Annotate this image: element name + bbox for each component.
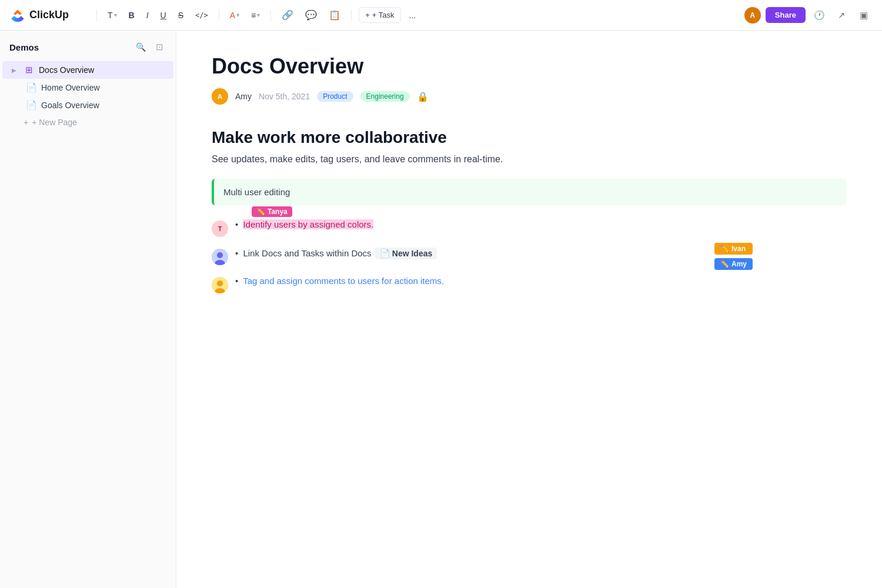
grid-icon: ⊞ [24,65,34,75]
doc-link-chip[interactable]: 📄 New Ideas [375,248,437,259]
avatar-amy [212,277,228,293]
sidebar-header: Demos 🔍 ⊡ [0,40,176,61]
nav-label-home-overview: Home Overview [41,83,164,92]
bullet-content-2: • Link Docs and Tasks within Docs 📄 New … [235,248,847,259]
sidebar-nav: ▶ ⊞ Docs Overview 📄 Home Overview 📄 Goal… [0,61,176,579]
floating-label-ivan: ✏️ Ivan [714,243,753,255]
person2-avatar-svg [212,249,228,265]
text-format-btn[interactable]: T ▾ [104,8,121,22]
comment-btn[interactable]: 💬 [302,7,320,23]
logo-area: ClickUp [9,7,80,24]
strikethrough-btn[interactable]: S [175,8,187,22]
plus-icon-new-page: + [24,118,28,127]
tag-engineering[interactable]: Engineering [360,91,410,102]
callout-block: Multi user editing [212,179,847,205]
privacy-icon: 🔒 [417,91,429,102]
sidebar-item-goals-overview[interactable]: 📄 Goals Overview [2,96,173,114]
align-btn[interactable]: ≡ ▾ [248,8,263,22]
nav-label-goals-overview: Goals Overview [41,101,164,110]
italic-btn[interactable]: I [143,8,152,22]
link-btn[interactable]: 🔗 [278,7,297,23]
doc-title: Docs Overview [212,54,847,79]
doc-date: Nov 5th, 2021 [259,92,310,101]
toolbar-separator-2 [219,9,219,21]
cursor-label-tanya: ✏️ Tanya [252,206,292,217]
doc-icon-goals: 📄 [26,100,36,111]
highlighted-text-1: Identify users by assigned colors. [243,219,373,229]
tag-assign-link[interactable]: Tag and assign comments to users for act… [243,276,444,286]
toolbar-separator-1 [96,9,97,21]
expand-icon: ↗ [838,10,846,21]
pencil-icon-ivan: ✏️ [720,245,729,253]
search-icon: 🔍 [136,42,146,52]
pencil-icon-tanya: ✏️ [256,208,265,216]
svg-point-4 [217,280,223,286]
tag-product[interactable]: Product [317,91,353,102]
more-options-btn[interactable]: ... [406,8,420,22]
author-name: Amy [235,92,252,101]
doc-meta: A Amy Nov 5th, 2021 Product Engineering … [212,88,847,105]
sidebar-item-home-overview[interactable]: 📄 Home Overview [2,79,173,96]
toolbar-separator-4 [351,9,352,21]
bullet-list: T ✏️ Tanya • Identify users by assigned … [212,219,847,293]
embed-btn[interactable]: 📋 [325,7,344,23]
pencil-icon-amy: ✏️ [720,260,729,268]
section-subtext: See updates, make edits, tag users, and … [212,154,847,165]
workspace-title: Demos [9,42,39,52]
logo-text: ClickUp [29,9,69,21]
text-color-btn[interactable]: A ▾ [226,8,243,22]
clock-icon: 🕐 [814,10,825,21]
amy-avatar-svg [212,277,228,293]
sidebar-toggle-btn[interactable]: ▣ [855,6,873,24]
nav-arrow-docs: ▶ [12,67,19,74]
bullet-text-2a: Link Docs and Tasks within Docs [243,248,373,258]
section-heading: Make work more collaborative [212,128,847,147]
doc-chip-label: New Ideas [392,249,432,258]
new-page-label: + New Page [32,118,77,127]
bullet-item-1: T ✏️ Tanya • Identify users by assigned … [212,219,847,237]
bullet-item-2: • Link Docs and Tasks within Docs 📄 New … [212,248,847,265]
callout-text: Multi user editing [214,179,299,205]
sidebar: Demos 🔍 ⊡ ▶ ⊞ Docs Overview 📄 Home Overv [0,31,176,588]
main-layout: Demos 🔍 ⊡ ▶ ⊞ Docs Overview 📄 Home Overv [0,31,882,588]
toolbar: ClickUp T ▾ B I U S </> A ▾ ≡ ▾ 🔗 💬 📋 + … [0,0,882,31]
panel-icon: ▣ [860,10,868,21]
svg-point-1 [217,252,223,258]
nav-label-docs-overview: Docs Overview [39,65,164,75]
doc-icon-home: 📄 [26,82,36,93]
content-area: Docs Overview A Amy Nov 5th, 2021 Produc… [176,31,882,588]
toolbar-separator-3 [270,9,271,21]
bullet-content-1: ✏️ Tanya • Identify users by assigned co… [235,219,847,229]
user-avatar[interactable]: A [744,7,761,24]
collapse-icon: ⊡ [156,42,163,52]
bullet-item-3: • Tag and assign comments to users for a… [212,276,847,293]
new-page-btn[interactable]: + + New Page [2,114,173,131]
plus-icon: + [365,11,370,19]
underline-btn[interactable]: U [157,8,170,22]
sidebar-search-btn[interactable]: 🔍 [133,40,148,54]
doc-chip-icon: 📄 [380,249,390,258]
code-btn[interactable]: </> [192,9,212,22]
sidebar-item-docs-overview[interactable]: ▶ ⊞ Docs Overview [2,61,173,79]
author-avatar: A [212,88,228,105]
toolbar-right: A Share 🕐 ↗ ▣ [744,6,873,24]
share-button[interactable]: Share [766,7,806,23]
floating-label-amy: ✏️ Amy [714,258,753,270]
sidebar-collapse-btn[interactable]: ⊡ [152,40,166,54]
bullet-content-3: • Tag and assign comments to users for a… [235,276,847,286]
avatar-person2 [212,249,228,265]
clickup-logo-icon [9,7,26,24]
history-btn[interactable]: 🕐 [810,6,828,24]
fullscreen-btn[interactable]: ↗ [833,6,850,24]
add-task-btn[interactable]: + + Task [359,7,400,23]
bold-btn[interactable]: B [125,8,138,22]
sidebar-header-icons: 🔍 ⊡ [133,40,166,54]
avatar-tanya: T [212,220,228,237]
